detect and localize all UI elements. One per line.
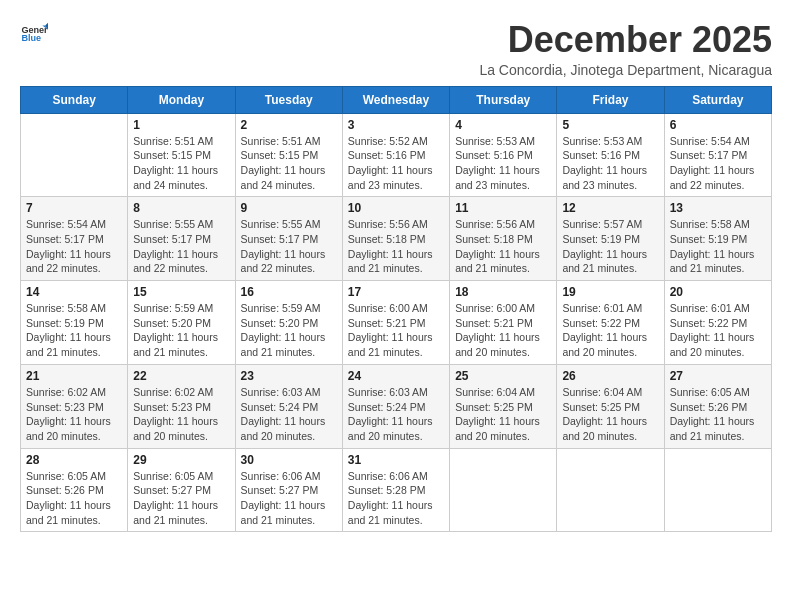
day-info: Sunrise: 5:59 AM Sunset: 5:20 PM Dayligh… bbox=[241, 301, 337, 360]
day-number: 15 bbox=[133, 285, 229, 299]
day-info: Sunrise: 5:58 AM Sunset: 5:19 PM Dayligh… bbox=[670, 217, 766, 276]
day-info: Sunrise: 5:59 AM Sunset: 5:20 PM Dayligh… bbox=[133, 301, 229, 360]
day-number: 23 bbox=[241, 369, 337, 383]
calendar-cell: 8Sunrise: 5:55 AM Sunset: 5:17 PM Daylig… bbox=[128, 197, 235, 281]
weekday-header-friday: Friday bbox=[557, 86, 664, 113]
calendar-cell: 16Sunrise: 5:59 AM Sunset: 5:20 PM Dayli… bbox=[235, 281, 342, 365]
calendar-cell: 23Sunrise: 6:03 AM Sunset: 5:24 PM Dayli… bbox=[235, 364, 342, 448]
calendar-cell: 29Sunrise: 6:05 AM Sunset: 5:27 PM Dayli… bbox=[128, 448, 235, 532]
day-info: Sunrise: 5:58 AM Sunset: 5:19 PM Dayligh… bbox=[26, 301, 122, 360]
day-number: 6 bbox=[670, 118, 766, 132]
day-number: 2 bbox=[241, 118, 337, 132]
title-area: December 2025 La Concordia, Jinotega Dep… bbox=[479, 20, 772, 78]
day-info: Sunrise: 6:02 AM Sunset: 5:23 PM Dayligh… bbox=[26, 385, 122, 444]
location-subtitle: La Concordia, Jinotega Department, Nicar… bbox=[479, 62, 772, 78]
day-info: Sunrise: 6:00 AM Sunset: 5:21 PM Dayligh… bbox=[348, 301, 444, 360]
day-info: Sunrise: 6:06 AM Sunset: 5:28 PM Dayligh… bbox=[348, 469, 444, 528]
day-number: 10 bbox=[348, 201, 444, 215]
calendar-cell: 9Sunrise: 5:55 AM Sunset: 5:17 PM Daylig… bbox=[235, 197, 342, 281]
day-number: 24 bbox=[348, 369, 444, 383]
day-info: Sunrise: 6:03 AM Sunset: 5:24 PM Dayligh… bbox=[241, 385, 337, 444]
calendar-cell: 4Sunrise: 5:53 AM Sunset: 5:16 PM Daylig… bbox=[450, 113, 557, 197]
day-number: 16 bbox=[241, 285, 337, 299]
calendar-table: SundayMondayTuesdayWednesdayThursdayFrid… bbox=[20, 86, 772, 533]
calendar-cell: 18Sunrise: 6:00 AM Sunset: 5:21 PM Dayli… bbox=[450, 281, 557, 365]
day-info: Sunrise: 5:51 AM Sunset: 5:15 PM Dayligh… bbox=[133, 134, 229, 193]
day-number: 26 bbox=[562, 369, 658, 383]
calendar-cell: 19Sunrise: 6:01 AM Sunset: 5:22 PM Dayli… bbox=[557, 281, 664, 365]
day-number: 8 bbox=[133, 201, 229, 215]
day-info: Sunrise: 6:04 AM Sunset: 5:25 PM Dayligh… bbox=[562, 385, 658, 444]
day-number: 9 bbox=[241, 201, 337, 215]
calendar-cell: 13Sunrise: 5:58 AM Sunset: 5:19 PM Dayli… bbox=[664, 197, 771, 281]
calendar-cell: 21Sunrise: 6:02 AM Sunset: 5:23 PM Dayli… bbox=[21, 364, 128, 448]
calendar-cell: 7Sunrise: 5:54 AM Sunset: 5:17 PM Daylig… bbox=[21, 197, 128, 281]
day-number: 30 bbox=[241, 453, 337, 467]
month-title: December 2025 bbox=[479, 20, 772, 60]
day-info: Sunrise: 6:00 AM Sunset: 5:21 PM Dayligh… bbox=[455, 301, 551, 360]
day-info: Sunrise: 6:01 AM Sunset: 5:22 PM Dayligh… bbox=[562, 301, 658, 360]
calendar-week-row: 28Sunrise: 6:05 AM Sunset: 5:26 PM Dayli… bbox=[21, 448, 772, 532]
calendar-week-row: 7Sunrise: 5:54 AM Sunset: 5:17 PM Daylig… bbox=[21, 197, 772, 281]
day-number: 1 bbox=[133, 118, 229, 132]
day-number: 4 bbox=[455, 118, 551, 132]
day-number: 27 bbox=[670, 369, 766, 383]
day-number: 28 bbox=[26, 453, 122, 467]
calendar-cell: 15Sunrise: 5:59 AM Sunset: 5:20 PM Dayli… bbox=[128, 281, 235, 365]
calendar-cell: 20Sunrise: 6:01 AM Sunset: 5:22 PM Dayli… bbox=[664, 281, 771, 365]
weekday-header-saturday: Saturday bbox=[664, 86, 771, 113]
calendar-cell bbox=[450, 448, 557, 532]
calendar-cell: 10Sunrise: 5:56 AM Sunset: 5:18 PM Dayli… bbox=[342, 197, 449, 281]
day-number: 13 bbox=[670, 201, 766, 215]
day-info: Sunrise: 6:03 AM Sunset: 5:24 PM Dayligh… bbox=[348, 385, 444, 444]
calendar-cell bbox=[664, 448, 771, 532]
day-info: Sunrise: 5:51 AM Sunset: 5:15 PM Dayligh… bbox=[241, 134, 337, 193]
calendar-cell: 30Sunrise: 6:06 AM Sunset: 5:27 PM Dayli… bbox=[235, 448, 342, 532]
calendar-cell: 22Sunrise: 6:02 AM Sunset: 5:23 PM Dayli… bbox=[128, 364, 235, 448]
weekday-header-thursday: Thursday bbox=[450, 86, 557, 113]
day-number: 3 bbox=[348, 118, 444, 132]
day-info: Sunrise: 6:05 AM Sunset: 5:26 PM Dayligh… bbox=[670, 385, 766, 444]
day-info: Sunrise: 5:55 AM Sunset: 5:17 PM Dayligh… bbox=[133, 217, 229, 276]
day-number: 20 bbox=[670, 285, 766, 299]
day-number: 25 bbox=[455, 369, 551, 383]
day-info: Sunrise: 6:01 AM Sunset: 5:22 PM Dayligh… bbox=[670, 301, 766, 360]
logo-icon: General Blue bbox=[20, 20, 48, 48]
calendar-week-row: 21Sunrise: 6:02 AM Sunset: 5:23 PM Dayli… bbox=[21, 364, 772, 448]
day-info: Sunrise: 6:02 AM Sunset: 5:23 PM Dayligh… bbox=[133, 385, 229, 444]
day-number: 5 bbox=[562, 118, 658, 132]
weekday-header-sunday: Sunday bbox=[21, 86, 128, 113]
calendar-cell: 2Sunrise: 5:51 AM Sunset: 5:15 PM Daylig… bbox=[235, 113, 342, 197]
calendar-cell: 25Sunrise: 6:04 AM Sunset: 5:25 PM Dayli… bbox=[450, 364, 557, 448]
calendar-cell: 11Sunrise: 5:56 AM Sunset: 5:18 PM Dayli… bbox=[450, 197, 557, 281]
day-number: 17 bbox=[348, 285, 444, 299]
day-info: Sunrise: 5:55 AM Sunset: 5:17 PM Dayligh… bbox=[241, 217, 337, 276]
day-info: Sunrise: 5:52 AM Sunset: 5:16 PM Dayligh… bbox=[348, 134, 444, 193]
day-number: 7 bbox=[26, 201, 122, 215]
calendar-cell: 6Sunrise: 5:54 AM Sunset: 5:17 PM Daylig… bbox=[664, 113, 771, 197]
calendar-week-row: 1Sunrise: 5:51 AM Sunset: 5:15 PM Daylig… bbox=[21, 113, 772, 197]
day-number: 22 bbox=[133, 369, 229, 383]
logo: General Blue bbox=[20, 20, 48, 48]
day-number: 14 bbox=[26, 285, 122, 299]
calendar-cell: 31Sunrise: 6:06 AM Sunset: 5:28 PM Dayli… bbox=[342, 448, 449, 532]
day-info: Sunrise: 6:05 AM Sunset: 5:27 PM Dayligh… bbox=[133, 469, 229, 528]
calendar-cell: 17Sunrise: 6:00 AM Sunset: 5:21 PM Dayli… bbox=[342, 281, 449, 365]
day-info: Sunrise: 5:53 AM Sunset: 5:16 PM Dayligh… bbox=[455, 134, 551, 193]
day-info: Sunrise: 6:05 AM Sunset: 5:26 PM Dayligh… bbox=[26, 469, 122, 528]
day-info: Sunrise: 5:53 AM Sunset: 5:16 PM Dayligh… bbox=[562, 134, 658, 193]
calendar-cell bbox=[21, 113, 128, 197]
calendar-week-row: 14Sunrise: 5:58 AM Sunset: 5:19 PM Dayli… bbox=[21, 281, 772, 365]
calendar-cell: 28Sunrise: 6:05 AM Sunset: 5:26 PM Dayli… bbox=[21, 448, 128, 532]
day-info: Sunrise: 5:54 AM Sunset: 5:17 PM Dayligh… bbox=[670, 134, 766, 193]
calendar-cell bbox=[557, 448, 664, 532]
day-number: 18 bbox=[455, 285, 551, 299]
calendar-cell: 1Sunrise: 5:51 AM Sunset: 5:15 PM Daylig… bbox=[128, 113, 235, 197]
calendar-cell: 14Sunrise: 5:58 AM Sunset: 5:19 PM Dayli… bbox=[21, 281, 128, 365]
day-number: 19 bbox=[562, 285, 658, 299]
weekday-header-row: SundayMondayTuesdayWednesdayThursdayFrid… bbox=[21, 86, 772, 113]
page-header: General Blue December 2025 La Concordia,… bbox=[20, 20, 772, 78]
day-number: 12 bbox=[562, 201, 658, 215]
calendar-cell: 27Sunrise: 6:05 AM Sunset: 5:26 PM Dayli… bbox=[664, 364, 771, 448]
day-info: Sunrise: 6:06 AM Sunset: 5:27 PM Dayligh… bbox=[241, 469, 337, 528]
